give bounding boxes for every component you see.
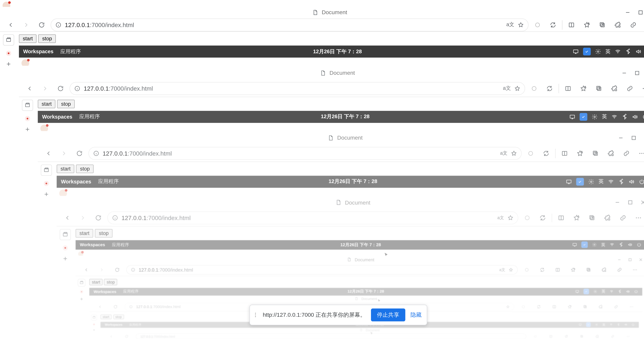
- drag-grip-icon[interactable]: [255, 313, 258, 317]
- minimize-icon[interactable]: [624, 9, 631, 16]
- start-button[interactable]: start: [38, 100, 56, 108]
- share-message: http://127.0.0.1:7000 正在共享你的屏幕。: [263, 311, 366, 319]
- site-info-icon[interactable]: [93, 150, 99, 156]
- new-tab-button[interactable]: [44, 191, 50, 197]
- new-tab-button[interactable]: [24, 126, 30, 132]
- menu-dots-icon[interactable]: [639, 82, 644, 95]
- tab-actions-icon[interactable]: [22, 100, 33, 111]
- refresh-ext-icon[interactable]: [546, 18, 560, 31]
- recording-indicator-icon[interactable]: [25, 116, 30, 121]
- minimize-icon[interactable]: [621, 69, 628, 76]
- split-screen-icon[interactable]: [565, 18, 578, 31]
- stop-button[interactable]: stop: [76, 164, 94, 173]
- tab-actions-icon: [60, 229, 71, 240]
- clock-label[interactable]: 12月26日 下午 7：28: [321, 113, 370, 120]
- new-tab-button[interactable]: [6, 61, 12, 67]
- maximize-icon[interactable]: [630, 134, 637, 141]
- back-button[interactable]: [23, 82, 36, 95]
- collections-icon[interactable]: [589, 147, 602, 160]
- site-info-icon[interactable]: [74, 85, 80, 91]
- forward-button: [20, 18, 32, 31]
- favorites-icon[interactable]: [577, 82, 590, 95]
- stop-sharing-button[interactable]: 停止共享: [371, 308, 405, 321]
- translate-badge[interactable]: a文: [500, 150, 508, 156]
- collections-icon[interactable]: [596, 18, 609, 31]
- ime-label[interactable]: 英: [602, 113, 607, 120]
- activities-label[interactable]: Workspaces: [42, 114, 72, 120]
- recording-indicator-icon[interactable]: [6, 51, 11, 56]
- translate-badge[interactable]: a文: [506, 21, 514, 29]
- extensions-icon[interactable]: [608, 82, 621, 95]
- link-icon[interactable]: [624, 82, 636, 95]
- reload-button[interactable]: [35, 18, 48, 31]
- maximize-icon[interactable]: [634, 69, 640, 76]
- back-button[interactable]: [42, 147, 55, 160]
- address-bar[interactable]: 127.0.0.1:7000/index.htmla文: [88, 147, 522, 160]
- settings-gear-icon[interactable]: [595, 49, 601, 55]
- clock-label[interactable]: 12月26日 下午 7：28: [313, 48, 362, 55]
- stop-button[interactable]: stop: [38, 35, 56, 43]
- reload-button[interactable]: [73, 147, 86, 160]
- tab-actions-icon[interactable]: [41, 164, 52, 176]
- address-bar: 127.0.0.1:7000/index.htmla文: [107, 211, 518, 224]
- link-icon[interactable]: [627, 18, 640, 31]
- settings-gear-icon[interactable]: [592, 114, 598, 120]
- favorites-icon[interactable]: [574, 147, 586, 160]
- volume-icon[interactable]: [632, 114, 638, 120]
- start-button[interactable]: start: [19, 35, 37, 43]
- bookmark-star-icon[interactable]: [514, 85, 520, 91]
- favorites-icon[interactable]: [580, 18, 594, 31]
- site-info-icon[interactable]: [56, 22, 62, 28]
- bluetooth-icon[interactable]: [622, 114, 628, 120]
- screen-share-icon[interactable]: [569, 114, 575, 120]
- menu-dots-icon[interactable]: [635, 147, 644, 160]
- reload-button[interactable]: [54, 82, 67, 95]
- todo-check-icon[interactable]: [580, 113, 587, 121]
- todo-check-icon[interactable]: [583, 48, 591, 56]
- bluetooth-icon[interactable]: [625, 49, 631, 55]
- close-icon: [640, 199, 644, 206]
- active-tab[interactable]: Document: [312, 9, 347, 16]
- screen-share-icon: [566, 179, 572, 185]
- start-button[interactable]: start: [57, 164, 74, 173]
- address-bar[interactable]: 127.0.0.1:7000/index.htmla文: [70, 82, 525, 95]
- refresh-ext-icon[interactable]: [540, 147, 552, 160]
- bookmark-star-icon[interactable]: [518, 22, 524, 28]
- power-icon[interactable]: [642, 114, 644, 120]
- browser-window: Document 127.0.0.1:7000/index.html a文: [0, 0, 644, 339]
- stop-loading-icon[interactable]: [527, 150, 534, 157]
- minimize-icon[interactable]: [617, 134, 624, 141]
- apps-label[interactable]: 应用程序: [60, 48, 81, 55]
- bookmark-star-icon[interactable]: [511, 150, 517, 156]
- stop-loading-icon[interactable]: [528, 82, 540, 95]
- reload-button: [92, 211, 105, 224]
- refresh-ext-icon[interactable]: [543, 82, 556, 95]
- wifi-icon[interactable]: [612, 114, 618, 120]
- wifi-icon[interactable]: [615, 49, 621, 55]
- activities-label[interactable]: Workspaces: [23, 49, 54, 55]
- forward-button: [39, 82, 52, 95]
- hide-share-bar-link[interactable]: 隐藏: [410, 311, 422, 319]
- stop-button[interactable]: stop: [57, 100, 75, 108]
- split-screen-icon[interactable]: [562, 82, 574, 95]
- tab-actions-icon[interactable]: [3, 35, 14, 46]
- collections-icon[interactable]: [592, 82, 605, 95]
- extensions-icon[interactable]: [612, 18, 624, 31]
- maximize-icon[interactable]: [637, 9, 644, 16]
- back-button[interactable]: [4, 18, 17, 31]
- link-icon[interactable]: [620, 147, 633, 160]
- volume-icon[interactable]: [635, 49, 642, 55]
- apps-label[interactable]: 应用程序: [79, 113, 100, 120]
- screen-share-icon[interactable]: [573, 49, 579, 55]
- ime-label[interactable]: 英: [605, 48, 610, 55]
- menu-dots-icon[interactable]: [642, 18, 644, 31]
- translate-badge[interactable]: a文: [503, 85, 511, 92]
- close-icon[interactable]: [643, 134, 644, 141]
- address-bar[interactable]: 127.0.0.1:7000/index.html a文: [50, 18, 528, 31]
- stop-loading-icon[interactable]: [531, 18, 544, 31]
- recording-indicator-icon[interactable]: [44, 181, 49, 186]
- forward-button: [76, 211, 89, 224]
- extensions-icon[interactable]: [604, 147, 617, 160]
- split-screen-icon[interactable]: [558, 147, 571, 160]
- power-icon: [639, 179, 644, 185]
